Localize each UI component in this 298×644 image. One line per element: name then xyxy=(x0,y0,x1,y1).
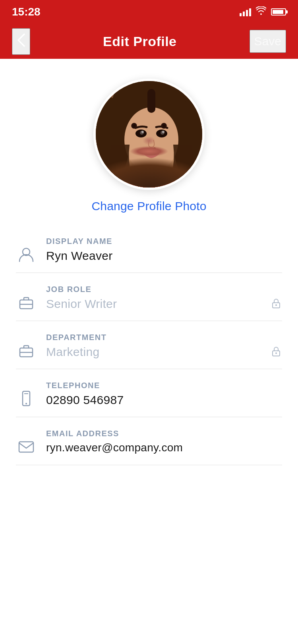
status-time: 15:28 xyxy=(12,6,41,18)
job-role-value: Senior Writer xyxy=(46,297,117,311)
display-name-field: DISPLAY NAME xyxy=(16,225,282,273)
telephone-label: TELEPHONE xyxy=(46,381,282,390)
department-field: DEPARTMENT Marketing xyxy=(16,321,282,369)
avatar-image xyxy=(96,81,202,188)
svg-point-6 xyxy=(124,107,178,172)
svg-point-21 xyxy=(275,304,277,306)
telephone-content: TELEPHONE xyxy=(46,381,282,407)
email-label: EMAIL ADDRESS xyxy=(46,429,282,438)
job-role-label: JOB ROLE xyxy=(46,285,282,294)
avatar[interactable] xyxy=(93,79,205,190)
telephone-field: TELEPHONE xyxy=(16,369,282,417)
svg-rect-29 xyxy=(19,442,33,452)
save-button[interactable]: Save xyxy=(250,30,286,53)
wifi-icon xyxy=(256,6,266,17)
svg-point-4 xyxy=(100,168,155,190)
email-icon xyxy=(16,436,37,457)
change-photo-button[interactable]: Change Profile Photo xyxy=(91,199,206,213)
department-value: Marketing xyxy=(46,345,99,359)
signal-icon xyxy=(240,8,251,16)
svg-point-1 xyxy=(112,81,191,137)
svg-point-8 xyxy=(135,130,147,137)
svg-point-16 xyxy=(153,147,156,150)
svg-point-27 xyxy=(25,403,27,404)
content: Change Profile Photo DISPLAY NAME xyxy=(0,59,298,489)
svg-rect-7 xyxy=(147,89,155,113)
person-icon xyxy=(16,244,37,265)
department-briefcase-icon xyxy=(16,340,37,361)
svg-point-5 xyxy=(147,168,203,190)
job-role-field: JOB ROLE Senior Writer xyxy=(16,273,282,321)
briefcase-icon xyxy=(16,292,37,313)
department-label: DEPARTMENT xyxy=(46,333,282,342)
status-icons xyxy=(240,6,286,17)
svg-point-10 xyxy=(140,131,144,135)
nav-bar: Edit Profile Save xyxy=(0,24,298,59)
battery-icon xyxy=(271,8,286,15)
svg-point-11 xyxy=(161,131,164,135)
department-content: DEPARTMENT Marketing xyxy=(46,333,282,359)
svg-point-3 xyxy=(173,97,205,184)
lock-icon xyxy=(270,297,282,311)
display-name-input[interactable] xyxy=(46,249,282,263)
svg-point-25 xyxy=(275,352,277,354)
svg-point-9 xyxy=(156,130,167,137)
email-field: EMAIL ADDRESS xyxy=(16,417,282,465)
department-lock-icon xyxy=(270,345,282,359)
job-role-value-row: Senior Writer xyxy=(46,297,282,311)
department-value-row: Marketing xyxy=(46,345,282,359)
phone-icon xyxy=(16,388,37,409)
svg-point-12 xyxy=(141,131,144,133)
email-content: EMAIL ADDRESS xyxy=(46,429,282,454)
job-role-content: JOB ROLE Senior Writer xyxy=(46,285,282,311)
svg-rect-14 xyxy=(143,170,159,184)
status-bar: 15:28 xyxy=(0,0,298,24)
svg-point-15 xyxy=(112,178,191,190)
display-name-content: DISPLAY NAME xyxy=(46,237,282,263)
photo-section: Change Profile Photo xyxy=(0,59,298,225)
svg-point-13 xyxy=(162,131,164,133)
display-name-label: DISPLAY NAME xyxy=(46,237,282,246)
nav-title: Edit Profile xyxy=(103,34,176,49)
email-input[interactable] xyxy=(46,441,282,454)
telephone-input[interactable] xyxy=(46,393,282,407)
form-section: DISPLAY NAME JOB ROLE Senior Writer xyxy=(0,225,298,465)
back-button[interactable] xyxy=(12,28,30,55)
svg-point-0 xyxy=(120,101,183,176)
svg-point-2 xyxy=(96,97,130,184)
